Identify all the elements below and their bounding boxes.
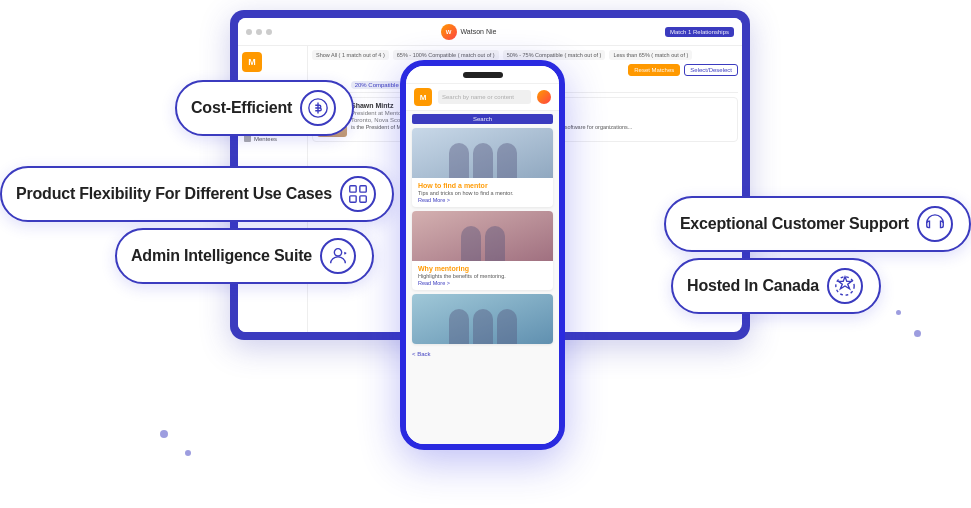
reset-matches-button[interactable]: Reset Matches — [628, 64, 680, 76]
deco-dot-4 — [914, 330, 921, 337]
person-6 — [449, 309, 469, 344]
mentees-icon — [244, 135, 251, 142]
card-2-body: Why mentoring Highlights the benefits of… — [412, 261, 553, 290]
card-2-link[interactable]: Read More > — [418, 280, 547, 286]
filter-show-all[interactable]: Show All ( 1 match out of 4 ) — [312, 50, 389, 60]
pill-cost-efficient: Cost-Efficient — [175, 80, 354, 136]
person-3 — [497, 143, 517, 178]
mobile-header: M Search by name or content — [406, 84, 559, 111]
dot-1 — [246, 29, 252, 35]
filter-50-75[interactable]: 50% - 75% Compatible ( match out of ) — [503, 50, 606, 60]
pill-admin-label: Admin Intelligence Suite — [131, 247, 312, 265]
dot-2 — [256, 29, 262, 35]
filter-65-100[interactable]: 65% - 100% Compatible ( match out of ) — [393, 50, 499, 60]
desktop-topbar: W Watson Nie Match 1 Relationships — [238, 18, 742, 46]
window-dots — [246, 29, 272, 35]
pill-cost-label: Cost-Efficient — [191, 99, 292, 117]
mobile-mockup: M Search by name or content Search How t… — [400, 60, 565, 450]
filter-less-65[interactable]: Less than 65% ( match out of ) — [609, 50, 692, 60]
pill-admin-intelligence: Admin Intelligence Suite — [115, 228, 374, 284]
avatar: W — [441, 24, 457, 40]
card-2-text: Highlights the benefits of mentoring. — [418, 273, 547, 280]
mobile-notch — [463, 72, 503, 78]
sidebar-label-mentees: Mentees — [254, 136, 277, 142]
cost-icon — [300, 90, 336, 126]
person-5 — [485, 226, 505, 261]
card-1-image — [412, 128, 553, 178]
sidebar-logo: M — [242, 52, 262, 72]
person-1 — [449, 143, 469, 178]
canada-icon — [827, 268, 863, 304]
mobile-screen: M Search by name or content Search How t… — [406, 84, 559, 444]
select-deselect-button[interactable]: Select/Deselect — [684, 64, 738, 76]
card-1-body: How to find a mentor Tips and tricks on … — [412, 178, 553, 207]
deco-dot-2 — [185, 450, 191, 456]
match-button[interactable]: Match 1 Relationships — [665, 27, 734, 37]
mobile-logo: M — [414, 88, 432, 106]
mobile-card-3 — [412, 294, 553, 344]
pill-customer-support: Exceptional Customer Support — [664, 196, 971, 252]
pill-flexibility-label: Product Flexibility For Different Use Ca… — [16, 185, 332, 203]
compat-badge: 20% Compatible — [351, 81, 403, 89]
mobile-search-bar[interactable]: Search by name or content — [438, 90, 531, 104]
card-3-image — [412, 294, 553, 344]
person-2 — [473, 143, 493, 178]
svg-rect-3 — [350, 196, 356, 202]
card-2-title: Why mentoring — [418, 265, 547, 272]
mobile-card-1: How to find a mentor Tips and tricks on … — [412, 128, 553, 207]
mobile-notch-bar — [406, 66, 559, 84]
person-7 — [473, 309, 493, 344]
pill-canada-label: Hosted In Canada — [687, 277, 819, 295]
main-scene: W Watson Nie Match 1 Relationships M Das… — [0, 0, 971, 508]
admin-icon — [320, 238, 356, 274]
card-1-text: Tips and tricks on how to find a mentor. — [418, 190, 547, 197]
dot-3 — [266, 29, 272, 35]
card-1-title: How to find a mentor — [418, 182, 547, 189]
card-1-link[interactable]: Read More > — [418, 197, 547, 203]
mobile-card-2: Why mentoring Highlights the benefits of… — [412, 211, 553, 290]
flexibility-icon — [340, 176, 376, 212]
mobile-back-button[interactable]: < Back — [406, 348, 559, 360]
svg-rect-4 — [360, 196, 366, 202]
pill-product-flexibility: Product Flexibility For Different Use Ca… — [0, 166, 394, 222]
person-8 — [497, 309, 517, 344]
pill-hosted-canada: Hosted In Canada — [671, 258, 881, 314]
support-icon — [917, 206, 953, 242]
deco-dot-1 — [160, 430, 168, 438]
mobile-search-placeholder: Search by name or content — [442, 94, 514, 100]
card-2-image — [412, 211, 553, 261]
filter-row: Show All ( 1 match out of 4 ) 65% - 100%… — [312, 50, 738, 60]
mobile-search-button[interactable]: Search — [412, 114, 553, 124]
svg-rect-2 — [360, 186, 366, 192]
svg-rect-1 — [350, 186, 356, 192]
pill-support-label: Exceptional Customer Support — [680, 215, 909, 233]
mobile-avatar — [537, 90, 551, 104]
user-name: Watson Nie — [461, 28, 497, 35]
svg-point-5 — [334, 249, 341, 256]
person-4 — [461, 226, 481, 261]
user-info: W Watson Nie — [441, 24, 497, 40]
deco-dot-3 — [896, 310, 901, 315]
